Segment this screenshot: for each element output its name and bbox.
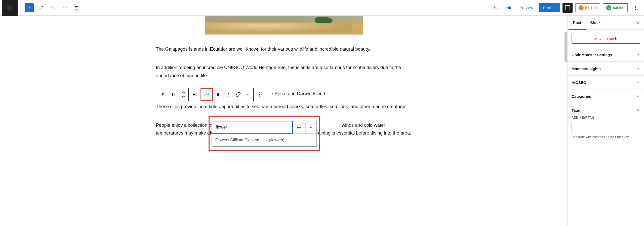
tab-post[interactable]: Post	[569, 16, 586, 30]
link-suggestion-item[interactable]: Flowers Affiliate Cloaked Link (flowers)	[212, 134, 317, 147]
svg-point-14	[259, 96, 260, 97]
svg-point-12	[259, 92, 260, 93]
affiliate-link-button[interactable]	[201, 88, 213, 101]
svg-point-0	[7, 5, 13, 11]
more-rich-text-button[interactable]	[243, 88, 253, 101]
close-sidebar-button[interactable]	[633, 18, 643, 28]
redo-button[interactable]	[60, 3, 70, 13]
editor-canvas[interactable]: The Galapagos Islands in Ecuador are wel…	[0, 16, 567, 226]
chevron-up-icon	[635, 108, 640, 112]
svg-point-13	[259, 94, 260, 95]
document-outline-button[interactable]	[72, 3, 82, 13]
chevron-down-icon	[635, 52, 640, 57]
save-draft-button[interactable]: Save draft	[491, 4, 514, 11]
panel-monsterinsights[interactable]: MonsterInsights	[568, 61, 644, 75]
panel-label: OptinMonster Settings	[572, 53, 612, 57]
svg-point-6	[174, 93, 174, 94]
settings-toggle-button[interactable]	[562, 3, 573, 13]
featured-image[interactable]	[205, 16, 363, 35]
link-submit-button[interactable]	[293, 121, 305, 134]
tag-hint: Separate with commas or the Enter key.	[572, 135, 640, 139]
panel-label: AIOSEO	[572, 80, 586, 85]
drag-handle[interactable]	[168, 88, 178, 101]
top-toolbar: Save draft Preview Publish 57/100 83/100	[0, 0, 644, 16]
add-new-tag-input[interactable]	[572, 122, 640, 132]
link-button[interactable]	[233, 88, 243, 101]
move-to-trash-button[interactable]: Move to trash	[572, 34, 640, 44]
undo-button[interactable]	[48, 3, 58, 13]
paragraph-block[interactable]: In addition to being an incredible UNESC…	[156, 63, 412, 79]
seo-score-1-value: 57/100	[585, 6, 597, 10]
paragraph-block-partial[interactable]: e Roca, and Darwin Island.	[271, 91, 327, 96]
add-block-button[interactable]	[25, 3, 34, 12]
seo-score-1[interactable]: 57/100	[575, 3, 600, 12]
block-more-options-button[interactable]	[254, 88, 266, 101]
panel-label: Tags	[572, 108, 580, 112]
preview-button[interactable]: Preview	[517, 4, 536, 11]
move-updown-button[interactable]	[178, 88, 188, 101]
chevron-down-icon	[635, 94, 640, 99]
italic-button[interactable]	[223, 88, 233, 101]
tab-block[interactable]: Block	[586, 16, 605, 30]
svg-point-5	[172, 93, 173, 94]
svg-point-3	[635, 7, 636, 8]
block-toolbar	[156, 88, 266, 101]
panel-label: Categories	[572, 94, 591, 99]
svg-point-10	[174, 95, 174, 96]
panel-aioseo[interactable]: AIOSEO	[568, 75, 644, 89]
panel-label: MonsterInsights	[572, 67, 601, 71]
link-options-toggle[interactable]	[305, 121, 316, 134]
link-search-input[interactable]	[212, 121, 293, 134]
seo-score-2-value: 83/100	[613, 6, 624, 10]
link-search-popup: Flowers Affiliate Cloaked Link (flowers)	[209, 116, 320, 151]
scrollbar-thumb[interactable]	[565, 32, 567, 62]
bold-button[interactable]	[213, 88, 223, 101]
panel-optinmonster[interactable]: OptinMonster Settings	[568, 48, 644, 61]
svg-point-2	[635, 6, 636, 7]
svg-point-7	[172, 94, 173, 95]
svg-point-8	[174, 94, 174, 95]
seo-score-2[interactable]: 83/100	[603, 3, 628, 12]
panel-tags[interactable]: Tags	[568, 103, 644, 114]
align-button[interactable]	[189, 88, 201, 101]
tools-button[interactable]	[36, 3, 46, 13]
svg-point-9	[172, 95, 173, 96]
publish-button[interactable]: Publish	[539, 3, 560, 12]
settings-sidebar: Post Block Move to trash OptinMonster Se…	[567, 16, 644, 226]
panel-categories[interactable]: Categories	[568, 89, 644, 103]
paragraph-block[interactable]: These sites provide incredible opportuni…	[156, 103, 412, 110]
add-new-tag-label: ADD NEW TAG	[572, 116, 640, 119]
more-options-button[interactable]	[630, 3, 640, 13]
site-logo[interactable]	[2, 0, 18, 16]
svg-point-4	[635, 9, 636, 10]
block-type-button[interactable]	[156, 88, 168, 101]
chevron-down-icon	[635, 66, 640, 71]
paragraph-block[interactable]: The Galapagos Islands in Ecuador are wel…	[156, 45, 412, 53]
chevron-down-icon	[635, 80, 640, 85]
svg-marker-11	[208, 92, 210, 94]
